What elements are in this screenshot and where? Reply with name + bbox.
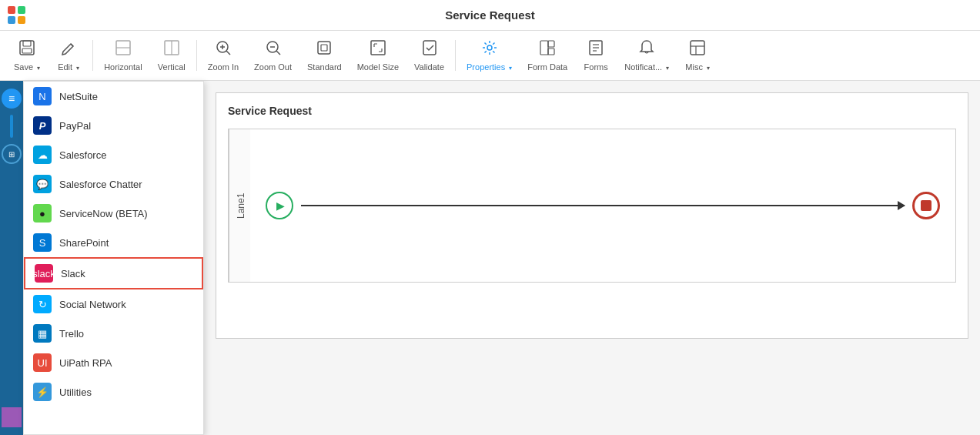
app-logo[interactable]: [8, 6, 25, 24]
zoom-out-label: Zoom Out: [254, 62, 292, 72]
servicenow-label: ServiceNow (BETA): [59, 208, 148, 219]
validate-button[interactable]: Validate: [408, 36, 450, 75]
zoom-in-label: Zoom In: [208, 62, 239, 72]
validate-icon: [421, 39, 438, 60]
dropdown-items-list: NNetSuitePPayPal☁Salesforce💬Salesforce C…: [24, 82, 203, 407]
page-title: Service Request: [445, 8, 535, 22]
dropdown-item-netsuite[interactable]: NNetSuite: [24, 82, 203, 111]
header: Service Request: [0, 0, 980, 31]
sequence-flow-line: [301, 205, 905, 206]
svg-rect-17: [423, 41, 436, 55]
canvas-title: Service Request: [228, 105, 956, 117]
collapse-panel-button[interactable]: ❮: [203, 243, 204, 273]
logo-square-red: [8, 6, 15, 14]
svg-rect-2: [22, 49, 32, 53]
netsuite-label: NetSuite: [59, 91, 98, 102]
salesforce-icon: ☁: [33, 146, 52, 164]
toolbar: Save ▾ Edit ▾ Horizontal Vertical: [0, 31, 980, 81]
toolbar-divider-1: [92, 40, 93, 71]
properties-icon: [481, 39, 498, 60]
zoom-out-button[interactable]: Zoom Out: [248, 36, 298, 75]
canvas-area: Service Request Lane1 ▶: [204, 81, 980, 435]
dropdown-item-sharepoint[interactable]: SSharePoint: [24, 228, 203, 257]
svg-rect-1: [23, 41, 31, 46]
svg-point-18: [487, 45, 492, 50]
dropdown-item-salesforce[interactable]: ☁Salesforce: [24, 140, 203, 169]
dropdown-item-utilities[interactable]: ⚡Utilities: [24, 377, 203, 407]
svg-rect-15: [321, 45, 327, 51]
dropdown-item-paypal[interactable]: PPayPal: [24, 111, 203, 140]
start-event-node[interactable]: ▶: [266, 192, 293, 219]
canvas-container: Service Request Lane1 ▶: [216, 92, 968, 339]
properties-label: Properties ▾: [467, 62, 512, 72]
dropdown-item-trello[interactable]: ▦Trello: [24, 319, 203, 348]
model-size-icon: [370, 39, 386, 60]
svg-rect-19: [540, 41, 548, 55]
form-data-label: Form Data: [527, 62, 567, 72]
notifications-label: Notificat... ▾: [624, 62, 669, 72]
trello-icon: ▦: [33, 324, 52, 343]
forms-button[interactable]: Forms: [577, 36, 615, 75]
dropdown-item-social-network[interactable]: ↻Social Network: [24, 289, 203, 319]
edit-button[interactable]: Edit ▾: [49, 36, 88, 75]
uipath-label: UiPath RPA: [59, 357, 112, 369]
end-stop-icon: [921, 200, 932, 211]
horizontal-icon: [115, 39, 132, 60]
misc-button[interactable]: Misc ▾: [678, 36, 717, 75]
vertical-button[interactable]: Vertical: [152, 36, 192, 75]
svg-rect-26: [691, 41, 704, 55]
servicenow-icon: ●: [33, 204, 52, 223]
user-avatar[interactable]: [2, 407, 22, 427]
dropdown-item-slack[interactable]: slackSlack: [24, 257, 203, 289]
save-button[interactable]: Save ▾: [8, 36, 46, 75]
model-size-label: Model Size: [357, 62, 399, 72]
sidebar-icon-top[interactable]: ≡: [2, 89, 22, 109]
uipath-icon: UI: [33, 353, 52, 372]
standard-button[interactable]: Standard: [301, 36, 348, 75]
paypal-label: PayPal: [59, 120, 91, 132]
slack-icon: slack: [35, 264, 53, 283]
model-size-button[interactable]: Model Size: [351, 36, 405, 75]
dropdown-item-sf-chatter[interactable]: 💬Salesforce Chatter: [24, 169, 203, 199]
dropdown-item-uipath[interactable]: UIUiPath RPA: [24, 348, 203, 377]
utilities-icon: ⚡: [33, 383, 52, 401]
sidebar: ≡ ⊞: [0, 81, 23, 435]
end-event-node[interactable]: [912, 192, 940, 219]
form-data-button[interactable]: Form Data: [521, 36, 574, 75]
toolbar-divider-3: [455, 40, 456, 71]
svg-line-13: [276, 51, 280, 55]
process-lane: Lane1 ▶: [228, 129, 956, 283]
edit-label: Edit ▾: [58, 62, 79, 72]
lane-content: ▶: [250, 129, 955, 282]
svg-line-10: [226, 51, 230, 55]
zoom-in-button[interactable]: Zoom In: [202, 36, 245, 75]
horizontal-label: Horizontal: [104, 62, 142, 72]
dropdown-item-servicenow[interactable]: ●ServiceNow (BETA): [24, 199, 203, 228]
slack-label: Slack: [61, 268, 85, 279]
sidebar-connector: [10, 115, 13, 138]
horizontal-button[interactable]: Horizontal: [98, 36, 149, 75]
validate-label: Validate: [414, 62, 444, 72]
sharepoint-icon: S: [33, 233, 52, 252]
notifications-button[interactable]: Notificat... ▾: [618, 36, 675, 75]
lane-label: Lane1: [229, 129, 250, 282]
utilities-label: Utilities: [59, 386, 92, 398]
standard-label: Standard: [307, 62, 342, 72]
paypal-icon: P: [33, 116, 52, 135]
svg-rect-14: [318, 42, 330, 54]
sf-chatter-label: Salesforce Chatter: [59, 179, 142, 190]
logo-square-green: [18, 6, 25, 14]
form-data-icon: [539, 39, 556, 60]
misc-icon: [689, 39, 706, 60]
standard-icon: [316, 39, 333, 60]
sidebar-icon-middle[interactable]: ⊞: [2, 144, 22, 164]
notifications-icon: [638, 39, 655, 60]
properties-button[interactable]: Properties ▾: [460, 36, 518, 75]
dropdown-panel: NNetSuitePPayPal☁Salesforce💬Salesforce C…: [23, 81, 204, 435]
salesforce-label: Salesforce: [59, 149, 106, 161]
save-label: Save ▾: [14, 62, 40, 72]
sharepoint-label: SharePoint: [59, 237, 109, 249]
main-layout: ≡ ⊞ NNetSuitePPayPal☁Salesforce💬Salesfor…: [0, 81, 980, 435]
svg-rect-21: [548, 49, 554, 55]
forms-label: Forms: [584, 62, 608, 72]
